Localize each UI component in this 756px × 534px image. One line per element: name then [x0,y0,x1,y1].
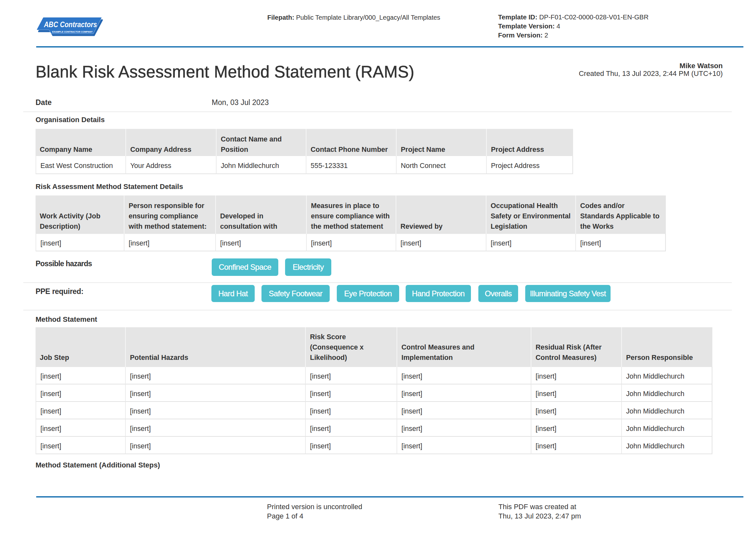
svg-text:EXAMPLE CONTRACTOR COMPANY: EXAMPLE CONTRACTOR COMPANY [52,30,93,33]
svg-text:ABC Contractors: ABC Contractors [44,20,97,29]
